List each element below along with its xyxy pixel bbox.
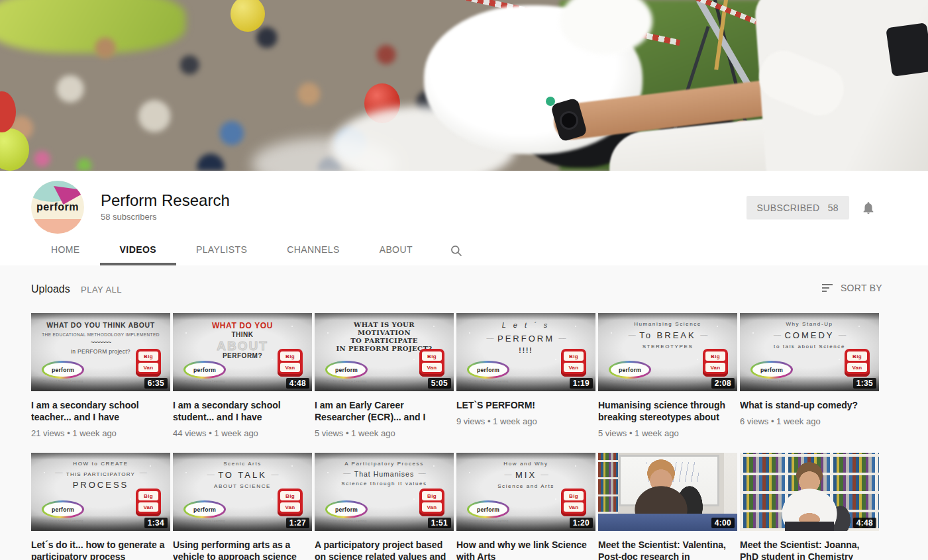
thumb-text-line: Humanising Science <box>601 321 735 328</box>
tab-playlists[interactable]: PLAYLISTS <box>176 236 267 265</box>
video-card[interactable]: L e t ´ sPERFORM!!!! perform The Art of … <box>456 313 595 438</box>
video-thumbnail[interactable]: HOW to CREATETHIS PARTICIPATORYPROCESS p… <box>31 453 170 531</box>
video-title[interactable]: I am a secondary school teacher... and I… <box>31 399 170 423</box>
header-actions: SUBSCRIBED 58 <box>747 196 876 219</box>
thumb-text-line: THE EDUCATIONAL METHODOLOGY IMPLEMENTED <box>34 332 168 338</box>
video-title[interactable]: LET`S PERFORM! <box>456 399 595 411</box>
video-thumbnail[interactable]: L e t ´ sPERFORM!!!! perform The Art of … <box>456 313 595 391</box>
thumb-text-line: A Participatory Process <box>317 461 451 467</box>
video-card[interactable]: WHAT DO YOU THINK ABOUTTHE EDUCATIONAL M… <box>31 313 170 438</box>
channel-avatar[interactable]: perform <box>31 181 84 234</box>
video-card[interactable]: Scenic ArtsTO TALKABOUT SCIENCE perform … <box>173 453 312 560</box>
video-duration-badge: 1:19 <box>570 378 593 389</box>
thumb-text-line: TO PARTICIPATE <box>317 337 451 345</box>
uploads-heading: Uploads <box>31 283 70 295</box>
video-thumbnail[interactable]: Humanising ScienceTo BREAKSTEREOTYPES pe… <box>598 313 737 391</box>
perform-logo-oval: perform <box>183 500 226 518</box>
video-card[interactable]: HOW to CREATETHIS PARTICIPATORYPROCESS p… <box>31 453 170 560</box>
channel-header: perform Perform Research 58 subscribers … <box>0 171 928 265</box>
video-title[interactable]: How and why we link Science with Arts <box>456 539 595 560</box>
video-title[interactable]: I am an Early Career Researcher (ECR)...… <box>315 399 454 423</box>
subscribed-button[interactable]: SUBSCRIBED 58 <box>747 196 849 219</box>
perform-logo-text: perform <box>185 502 224 516</box>
perform-logo-oval: perform <box>467 361 509 379</box>
channel-page: perform Perform Research 58 subscribers … <box>0 0 928 560</box>
video-thumbnail[interactable]: WHAT DO YOU THINK ABOUTTHE EDUCATIONAL M… <box>31 313 170 391</box>
video-thumbnail[interactable]: WHAT IS YOURMOTIVATIONTO PARTICIPATEIN P… <box>315 313 454 391</box>
bus-logo-text-bottom: Van <box>705 363 725 372</box>
tab-about[interactable]: ABOUT <box>360 236 433 265</box>
perform-logo-text: perform <box>44 502 82 516</box>
banner-bracelet <box>546 97 555 106</box>
video-card[interactable]: WHAT IS YOURMOTIVATIONTO PARTICIPATEIN P… <box>315 313 454 438</box>
video-card[interactable]: WHAT DO YOUTHINKABOUTPERFORM? perform Th… <box>173 313 312 438</box>
tab-channels[interactable]: CHANNELS <box>267 236 359 265</box>
video-thumbnail[interactable]: How and WhyMIXScience and Arts perform T… <box>456 453 595 531</box>
video-duration-badge: 4:00 <box>711 518 735 528</box>
video-title[interactable]: I am a secondary school student... and I… <box>173 399 312 423</box>
big-van-bus-logo: Big Van <box>703 349 728 377</box>
thumb-text-line: THINK <box>176 331 309 340</box>
channel-name: Perform Research <box>101 191 230 210</box>
bus-logo-text-top: Big <box>705 351 725 361</box>
big-van-bus-logo: Big Van <box>561 349 586 377</box>
perform-logo: perform The Art of Science Learning <box>325 361 368 383</box>
video-card[interactable]: 4:00 Meet the Scientist: Valentina, Post… <box>598 453 737 560</box>
bus-logo-text-bottom: Van <box>280 363 300 372</box>
perform-logo: perform The Art of Science Learning <box>42 500 84 523</box>
video-thumbnail[interactable]: 4:00 <box>598 453 737 531</box>
perform-logo-oval: perform <box>609 361 651 379</box>
bus-logo-text-top: Big <box>422 491 442 500</box>
video-thumbnail[interactable]: 4:48 <box>740 453 879 531</box>
video-thumbnail[interactable]: Scenic ArtsTO TALKABOUT SCIENCE perform … <box>173 453 312 531</box>
notification-bell-icon[interactable] <box>861 201 876 215</box>
videos-section: Uploads PLAY ALL SORT BY WHAT DO YOU THI… <box>0 265 928 560</box>
thumb-text-lines: A Participatory ProcessThat HumanisesSci… <box>317 461 451 490</box>
play-all-button[interactable]: PLAY ALL <box>81 285 122 295</box>
thumb-text-line: Scenic Arts <box>176 461 309 467</box>
video-title[interactable]: What is stand-up comedy? <box>740 399 879 411</box>
banner-watch-face <box>560 111 578 130</box>
video-title[interactable]: Using performing arts as a vehicle to ap… <box>173 539 312 560</box>
video-card[interactable]: How and WhyMIXScience and Arts perform T… <box>456 453 595 560</box>
video-card[interactable]: Why Stand-UpCOMEDYto talk about Science … <box>740 313 879 438</box>
bus-logo-text-top: Big <box>280 351 300 361</box>
video-title[interactable]: Humanising science through breaking ster… <box>598 399 737 423</box>
perform-logo-oval: perform <box>750 361 793 379</box>
bus-logo-text-top: Big <box>138 351 158 361</box>
video-title[interactable]: Meet the Scientist: Valentina, Post-doc … <box>598 539 737 560</box>
tab-videos[interactable]: VIDEOS <box>100 236 176 265</box>
perform-logo-text: perform <box>44 363 82 377</box>
perform-logo: perform The Art of Science Learning <box>467 500 509 523</box>
sort-icon <box>822 284 834 292</box>
channel-search-button[interactable] <box>433 236 480 265</box>
perform-logo-oval: perform <box>42 500 84 518</box>
perform-logo-oval: perform <box>183 361 226 379</box>
video-duration-badge: 1:34 <box>144 518 168 528</box>
perform-logo-tagline: The Art of Science Learning <box>750 380 793 383</box>
perform-logo-tagline: The Art of Science Learning <box>609 380 651 383</box>
thumb-text-line: MIX <box>459 470 593 481</box>
video-thumbnail[interactable]: A Participatory ProcessThat HumanisesSci… <box>315 453 454 531</box>
bell-icon <box>861 201 876 215</box>
video-card[interactable]: Humanising ScienceTo BREAKSTEREOTYPES pe… <box>598 313 737 438</box>
bus-logo-text-top: Big <box>564 491 584 500</box>
video-thumbnail[interactable]: WHAT DO YOUTHINKABOUTPERFORM? perform Th… <box>173 313 312 391</box>
video-meta: 5 views • 1 week ago <box>598 428 737 438</box>
tab-home[interactable]: HOME <box>31 236 100 265</box>
video-card[interactable]: A Participatory ProcessThat HumanisesSci… <box>315 453 454 560</box>
video-duration-badge: 6:35 <box>144 378 168 389</box>
perform-logo-tagline: The Art of Science Learning <box>325 520 368 523</box>
video-card[interactable]: 4:48 Meet the Scientist: Joanna, PhD stu… <box>740 453 879 560</box>
thumb-text-line: How and Why <box>459 461 593 467</box>
thumb-text-line: To BREAK <box>601 330 735 341</box>
bus-logo-text-bottom: Van <box>564 363 584 372</box>
bus-logo-text-bottom: Van <box>138 502 158 512</box>
video-title[interactable]: A participatory project based on science… <box>315 539 454 560</box>
thumb-text-line: TO TALK <box>176 470 309 481</box>
perform-logo: perform The Art of Science Learning <box>750 361 793 383</box>
video-title[interactable]: Meet the Scientist: Joanna, PhD student … <box>740 539 879 560</box>
video-title[interactable]: Let´s do it... how to generate a partici… <box>31 539 170 560</box>
sort-by-button[interactable]: SORT BY <box>822 283 882 293</box>
video-thumbnail[interactable]: Why Stand-UpCOMEDYto talk about Science … <box>740 313 879 391</box>
